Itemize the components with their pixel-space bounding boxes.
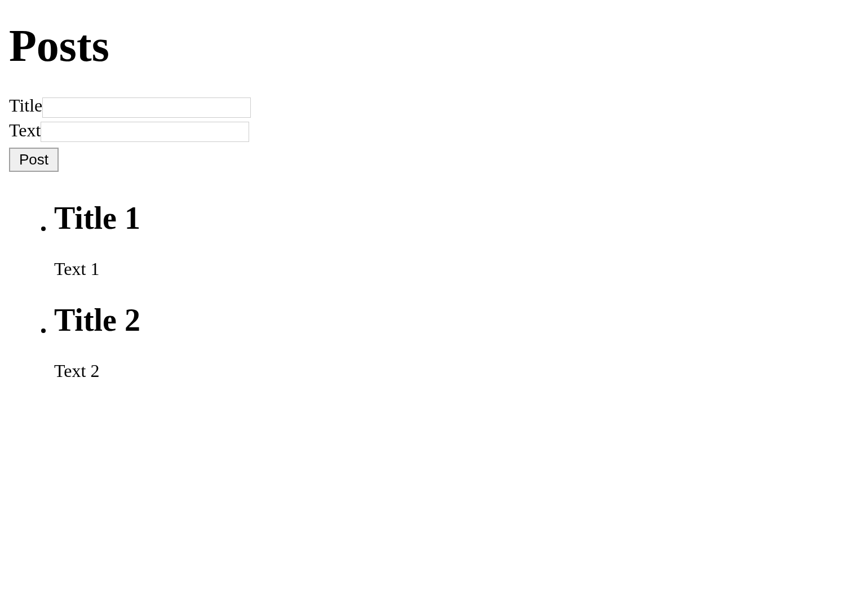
new-post-form: Title Text Post [9,94,859,172]
page-title: Posts [9,20,859,72]
post-text: Text 1 [54,259,859,279]
list-item: Title 2 Text 2 [54,302,859,381]
title-row: Title [9,94,859,118]
post-button[interactable]: Post [9,148,59,172]
text-input[interactable] [41,122,249,142]
title-input[interactable] [42,97,251,118]
title-label: Title [9,95,42,116]
post-title: Title 1 [54,200,140,236]
text-label: Text [9,120,41,140]
post-text: Text 2 [54,361,859,381]
post-title: Title 2 [54,302,140,338]
list-item: Title 1 Text 1 [54,200,859,279]
posts-list: Title 1 Text 1 Title 2 Text 2 [9,200,859,381]
text-row: Text [9,119,859,143]
